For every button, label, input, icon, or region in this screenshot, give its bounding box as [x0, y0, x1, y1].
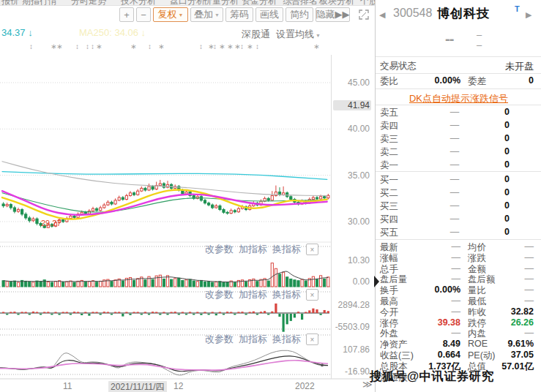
- indicator-axis-label: 10.30: [332, 255, 370, 265]
- stats-row: 今开—昨收32.82: [376, 306, 541, 317]
- stat-value: —: [485, 274, 534, 284]
- price-axis-label: 40.00: [332, 124, 370, 134]
- pane-link-换指标[interactable]: 换指标: [272, 243, 301, 256]
- stat-value: 26.26: [485, 317, 534, 328]
- order-level-label: 卖三: [380, 133, 398, 146]
- t-badge[interactable]: T: [515, 4, 520, 13]
- buy-row: 买一—0: [376, 174, 541, 187]
- stats-row: 总手—金额—: [376, 263, 541, 274]
- date-axis-label: 2021/11/11/四: [108, 381, 167, 392]
- pane-link-改参数[interactable]: 改参数: [205, 333, 234, 346]
- event-marker-icon: ∗: [96, 42, 102, 50]
- stat-value: 9.61%: [485, 339, 534, 349]
- stats-row: 最新—均价—: [376, 241, 541, 252]
- order-level-label: 买五: [380, 227, 398, 239]
- event-marker-icon: ↕: [255, 42, 259, 50]
- stat-value: 8.49: [412, 339, 460, 349]
- pane-link-加指标[interactable]: 加指标: [239, 333, 267, 346]
- price-axis-label: 30.00: [332, 216, 370, 227]
- event-marker-icon: ↕: [199, 42, 203, 50]
- stock-code: 300548: [393, 7, 432, 20]
- buy-row: 买三—0: [376, 200, 541, 214]
- date-axis-label: 12: [174, 381, 183, 391]
- stat-value: 39.38: [412, 317, 460, 328]
- pane-header: 改参数加指标换指标×: [205, 333, 332, 345]
- event-marker-icon: ∗: [227, 42, 233, 50]
- quote-panel: ◀ 300548 博创科技 T ▶ -- – – 交易状态 未开盘 委比 0.0…: [375, 0, 541, 392]
- stock-name: 博创科技: [437, 5, 490, 22]
- stat-value: —: [412, 252, 460, 263]
- divider: [376, 88, 541, 89]
- order-qty: 0: [463, 187, 510, 197]
- stat-value: —: [485, 263, 534, 274]
- price-axis-label: 35.00: [332, 170, 370, 181]
- close-icon[interactable]: ×: [306, 289, 318, 301]
- dk-signal-link[interactable]: DK点自动提示涨跌信号: [376, 92, 541, 105]
- pane-link-换指标[interactable]: 换指标: [272, 333, 301, 346]
- stats-row: 收益(三)0.664PE(动)37.05: [376, 350, 541, 361]
- event-marker-icon: ↕: [213, 42, 217, 50]
- order-level-label: 卖一: [380, 159, 398, 172]
- weicha-label: 委差: [468, 75, 486, 88]
- date-axis-label: 11: [63, 381, 72, 391]
- order-level-label: 买三: [380, 200, 398, 213]
- stat-value: 0.664: [412, 350, 460, 360]
- watermark: 搜狐号@中讯证券研究: [370, 369, 541, 385]
- stat-value: —: [412, 241, 460, 252]
- close-icon[interactable]: ×: [306, 333, 318, 345]
- stat-value: —: [485, 295, 534, 306]
- close-icon[interactable]: ×: [306, 244, 318, 255]
- pane-link-改参数[interactable]: 改参数: [205, 243, 234, 256]
- stat-value: 32.82: [485, 306, 534, 317]
- buy-row: 买二—0: [376, 187, 541, 200]
- pane-header: 改参数加指标换指标×: [205, 289, 332, 301]
- trade-status-row: 交易状态 未开盘: [376, 60, 541, 73]
- divider: [376, 73, 541, 74]
- order-qty: 0: [463, 174, 510, 184]
- low-price-tag: 29.27: [41, 219, 61, 227]
- pane-link-加指标[interactable]: 加指标: [239, 243, 267, 256]
- event-marker-icon: ↕: [29, 42, 33, 50]
- pane-link-改参数[interactable]: 改参数: [205, 288, 234, 301]
- prev-stock-arrow[interactable]: ◀: [379, 10, 385, 20]
- stat-value: —: [485, 241, 534, 252]
- order-qty: 0: [463, 214, 510, 224]
- weibi-value: 0.00%: [412, 75, 460, 86]
- stats-row: 盘后量—盘后额—: [376, 274, 541, 284]
- stat-value: —: [485, 328, 534, 338]
- order-level-label: 卖四: [380, 120, 398, 132]
- event-marker-icon: ∗: [219, 42, 225, 50]
- stat-value: —: [412, 274, 460, 284]
- price-placeholder: --: [445, 31, 453, 48]
- weibi-row: 委比 0.00% 委差 0: [376, 75, 541, 88]
- weicha-value: 0: [485, 75, 534, 86]
- event-marker-icon: ∗: [56, 42, 62, 50]
- event-marker-icon: ↕: [240, 42, 244, 50]
- price-axis-label: 41.94: [333, 100, 371, 110]
- trading-app-window: 报价期指行情分时走势技术分析盘口分析价量分析资金分析综合排名板块分析个股资讯信息…: [0, 0, 541, 392]
- stats-row: 最高—最低—: [376, 295, 541, 306]
- change-placeholder: –: [477, 29, 482, 40]
- event-marker-icon: ↕: [148, 42, 152, 50]
- stat-value: —: [412, 328, 460, 338]
- order-qty: 0: [463, 133, 510, 143]
- next-stock-arrow[interactable]: ▶: [526, 10, 531, 20]
- trade-status-label: 交易状态: [380, 60, 417, 72]
- order-level-label: 买一: [380, 174, 398, 186]
- pane-link-换指标[interactable]: 换指标: [272, 288, 301, 301]
- order-qty: 0: [463, 120, 510, 130]
- event-marker-icon: ∗: [313, 42, 319, 50]
- panel-collapse-handle[interactable]: [374, 276, 379, 287]
- stat-value: —: [412, 263, 460, 274]
- order-level-label: 卖五: [380, 107, 398, 119]
- pane-link-加指标[interactable]: 加指标: [239, 288, 267, 301]
- stat-value: —: [412, 295, 460, 306]
- sell-row: 卖四—0: [376, 120, 541, 133]
- event-marker-icon: ∗: [130, 42, 136, 50]
- event-marker-icon: ↕: [86, 42, 89, 50]
- stat-value: 37.05: [485, 350, 534, 360]
- order-qty: 0: [463, 227, 510, 237]
- indicator-axis-label: 2894.28: [332, 300, 370, 310]
- stats-row: 外盘—内盘—: [376, 328, 541, 339]
- stats-row: 换手0.00%量比—: [376, 284, 541, 295]
